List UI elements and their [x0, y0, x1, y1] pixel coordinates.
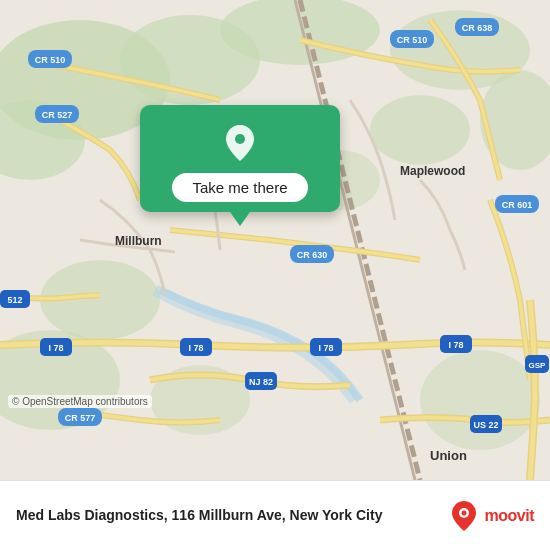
svg-text:CR 577: CR 577 [65, 413, 96, 423]
svg-text:I 78: I 78 [318, 343, 333, 353]
svg-text:NJ 82: NJ 82 [249, 377, 273, 387]
location-pin-icon [218, 121, 262, 165]
address-section: Med Labs Diagnostics, 116 Millburn Ave, … [16, 506, 382, 524]
svg-text:CR 601: CR 601 [502, 200, 533, 210]
take-me-there-button[interactable]: Take me there [172, 173, 307, 202]
svg-point-46 [235, 134, 245, 144]
svg-point-12 [420, 350, 540, 450]
bottom-bar: Med Labs Diagnostics, 116 Millburn Ave, … [0, 480, 550, 550]
svg-text:CR 510: CR 510 [397, 35, 428, 45]
svg-text:CR 510: CR 510 [35, 55, 66, 65]
svg-text:CR 638: CR 638 [462, 23, 493, 33]
svg-text:I 78: I 78 [188, 343, 203, 353]
svg-text:Maplewood: Maplewood [400, 164, 465, 178]
svg-point-7 [370, 95, 470, 165]
svg-text:GSP: GSP [529, 361, 547, 370]
address-text: Med Labs Diagnostics, 116 Millburn Ave, … [16, 506, 382, 524]
svg-text:Millburn: Millburn [115, 234, 162, 248]
moovit-logo[interactable]: moovit [447, 499, 534, 533]
svg-text:I 78: I 78 [448, 340, 463, 350]
svg-text:512: 512 [7, 295, 22, 305]
svg-text:CR 527: CR 527 [42, 110, 73, 120]
map-container: CR 510 CR 510 CR 527 CR 638 CR 630 CR 60… [0, 0, 550, 480]
svg-text:CR 630: CR 630 [297, 250, 328, 260]
location-popup: Take me there [140, 105, 340, 212]
svg-text:Union: Union [430, 448, 467, 463]
svg-point-48 [461, 510, 466, 515]
svg-text:US 22: US 22 [473, 420, 498, 430]
svg-text:I 78: I 78 [48, 343, 63, 353]
moovit-icon [447, 499, 481, 533]
map-attribution: © OpenStreetMap contributors [8, 395, 152, 408]
moovit-brand-text: moovit [485, 507, 534, 525]
